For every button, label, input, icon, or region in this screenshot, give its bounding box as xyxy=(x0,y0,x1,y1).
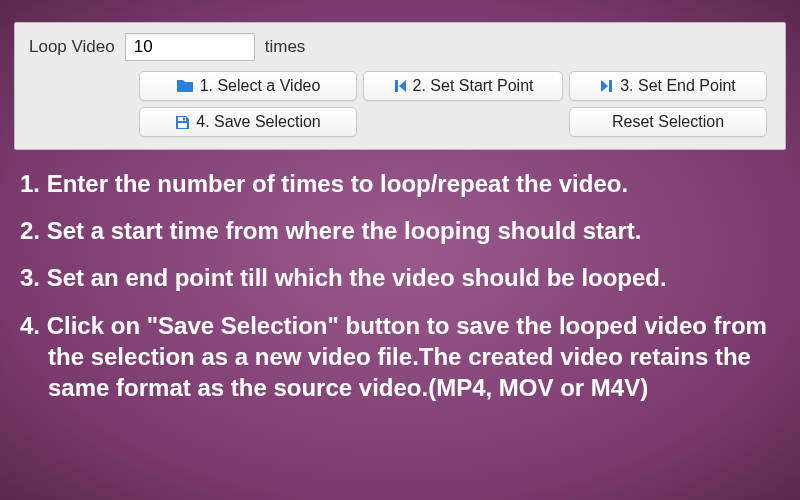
spacer xyxy=(363,107,563,137)
instruction-step-4: 4. Click on "Save Selection" button to s… xyxy=(20,310,780,404)
set-end-point-button[interactable]: 3. Set End Point xyxy=(569,71,767,101)
set-end-label: 3. Set End Point xyxy=(620,77,736,95)
save-selection-button[interactable]: 4. Save Selection xyxy=(139,107,357,137)
save-selection-label: 4. Save Selection xyxy=(196,113,321,131)
save-icon xyxy=(175,115,190,130)
skip-start-icon xyxy=(393,79,407,93)
loop-count-row: Loop Video times xyxy=(29,33,771,61)
instruction-step-3: 3. Set an end point till which the video… xyxy=(20,262,780,293)
instruction-step-1: 1. Enter the number of times to loop/rep… xyxy=(20,168,780,199)
times-label: times xyxy=(265,37,306,57)
select-video-label: 1. Select a Video xyxy=(200,77,321,95)
loop-count-input[interactable] xyxy=(125,33,255,61)
folder-icon xyxy=(176,79,194,93)
instructions-list: 1. Enter the number of times to loop/rep… xyxy=(20,168,780,403)
set-start-point-button[interactable]: 2. Set Start Point xyxy=(363,71,563,101)
set-start-label: 2. Set Start Point xyxy=(413,77,534,95)
reset-selection-label: Reset Selection xyxy=(612,113,724,131)
instruction-step-2: 2. Set a start time from where the loopi… xyxy=(20,215,780,246)
svg-rect-1 xyxy=(178,123,187,128)
button-row-1: 1. Select a Video 2. Set Start Point 3. … xyxy=(139,71,771,101)
control-panel: Loop Video times 1. Select a Video 2. Se… xyxy=(14,22,786,150)
svg-rect-2 xyxy=(183,117,185,120)
button-row-2: 4. Save Selection Reset Selection xyxy=(139,107,771,137)
reset-selection-button[interactable]: Reset Selection xyxy=(569,107,767,137)
select-video-button[interactable]: 1. Select a Video xyxy=(139,71,357,101)
loop-video-label: Loop Video xyxy=(29,37,115,57)
skip-end-icon xyxy=(600,79,614,93)
